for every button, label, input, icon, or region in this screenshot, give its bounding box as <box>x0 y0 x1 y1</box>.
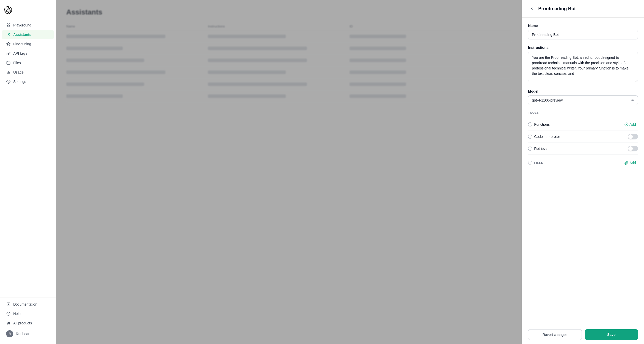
sidebar-item-settings[interactable]: Settings <box>2 77 54 86</box>
sidebar-item-label: Files <box>13 61 21 65</box>
tool-name-retrieval: Retrieval <box>534 147 548 151</box>
sidebar-item-label: API keys <box>13 51 27 55</box>
panel-header: × Proofreading Bot <box>522 0 644 18</box>
sidebar-user-label: Runbear <box>16 332 30 336</box>
svg-rect-3 <box>9 25 10 27</box>
sidebar-item-fine-tuning[interactable]: Fine-tuning <box>2 39 54 49</box>
model-label: Model <box>528 89 638 93</box>
all-products-icon <box>6 321 11 325</box>
tool-item-code-interpreter: i Code interpreter <box>528 131 638 143</box>
logo <box>0 4 56 20</box>
name-field-group: Name <box>528 24 638 39</box>
close-button[interactable]: × <box>528 5 535 12</box>
functions-add-button[interactable]: Add <box>622 121 638 127</box>
sidebar-item-user[interactable]: R Runbear <box>2 328 54 340</box>
usage-icon <box>6 70 11 75</box>
save-button[interactable]: Save <box>585 329 638 340</box>
svg-point-17 <box>9 322 10 323</box>
files-info-icon[interactable]: i <box>528 161 532 165</box>
retrieval-toggle[interactable] <box>628 146 638 151</box>
assistants-icon <box>6 32 11 37</box>
panel-title: Proofreading Bot <box>538 6 576 11</box>
files-section-label: FILES <box>534 161 543 164</box>
openai-logo-icon <box>4 6 12 14</box>
model-select[interactable]: gpt-4-1106-preview <box>528 95 638 105</box>
files-header: i FILES Add <box>528 157 638 169</box>
tool-item-functions: i Functions Add <box>528 118 638 131</box>
tool-name-functions: Functions <box>534 122 550 126</box>
svg-point-16 <box>7 322 8 323</box>
tool-item-retrieval: i Retrieval <box>528 143 638 155</box>
files-add-button[interactable]: Add <box>622 160 638 166</box>
sidebar-item-label: Documentation <box>13 302 37 306</box>
svg-rect-1 <box>9 24 10 25</box>
tool-left: i Code interpreter <box>528 135 560 139</box>
sidebar-nav: Playground Assistants Fine-tuning API ke… <box>0 20 56 297</box>
sidebar-item-label: Help <box>13 312 21 316</box>
sidebar-item-api-keys[interactable]: API keys <box>2 49 54 58</box>
panel-footer: Revert changes Save <box>522 325 644 344</box>
sidebar-item-usage[interactable]: Usage <box>2 68 54 77</box>
panel-body: Name Instructions Model gpt-4-1106-previ… <box>522 18 644 325</box>
settings-icon <box>6 79 11 84</box>
sidebar-item-label: Settings <box>13 80 26 84</box>
add-circle-icon <box>624 122 628 126</box>
files-icon <box>6 61 11 65</box>
svg-point-5 <box>9 33 10 34</box>
tool-name-code-interpreter: Code interpreter <box>534 135 560 139</box>
playground-icon <box>6 23 11 27</box>
instructions-textarea[interactable] <box>528 52 638 82</box>
sidebar-item-help[interactable]: Help <box>2 309 54 318</box>
overlay <box>56 0 522 344</box>
svg-point-4 <box>8 33 9 35</box>
fine-tuning-icon <box>6 42 11 46</box>
svg-point-19 <box>9 323 10 324</box>
sidebar-item-files[interactable]: Files <box>2 58 54 67</box>
sidebar-item-label: Fine-tuning <box>13 42 31 46</box>
api-keys-icon <box>6 51 11 56</box>
tools-section-label: TOOLS <box>528 111 638 114</box>
svg-point-9 <box>8 81 9 82</box>
instructions-label: Instructions <box>528 46 638 50</box>
functions-info-icon[interactable]: i <box>528 122 532 126</box>
revert-button[interactable]: Revert changes <box>528 329 582 340</box>
sidebar-item-playground[interactable]: Playground <box>2 21 54 30</box>
help-icon <box>6 311 11 316</box>
sidebar-item-assistants[interactable]: Assistants <box>2 30 54 39</box>
model-field-group: Model gpt-4-1106-preview <box>528 89 638 105</box>
name-label: Name <box>528 24 638 28</box>
files-left: i FILES <box>528 161 543 165</box>
sidebar-item-documentation[interactable]: Documentation <box>2 300 54 309</box>
sidebar-item-label: Usage <box>13 70 23 74</box>
functions-add-label: Add <box>629 122 636 126</box>
sidebar-item-all-products[interactable]: All products <box>2 319 54 328</box>
sidebar-bottom: Documentation Help All products R Runbea… <box>0 297 56 340</box>
svg-point-18 <box>7 323 8 324</box>
main-area: Assistants Name Instructions ID <box>56 0 522 344</box>
tool-left: i Retrieval <box>528 147 548 151</box>
name-input[interactable] <box>528 30 638 39</box>
svg-rect-0 <box>7 24 8 25</box>
retrieval-info-icon[interactable]: i <box>528 147 532 151</box>
svg-rect-2 <box>7 25 8 27</box>
files-add-label: Add <box>629 161 636 165</box>
paperclip-icon <box>624 161 628 165</box>
avatar: R <box>6 330 13 337</box>
code-interpreter-info-icon[interactable]: i <box>528 135 532 139</box>
sidebar-item-label: All products <box>13 321 32 325</box>
side-panel: × Proofreading Bot Name Instructions Mod… <box>522 0 644 344</box>
sidebar: Playground Assistants Fine-tuning API ke… <box>0 0 56 344</box>
files-section: i FILES Add <box>528 157 638 169</box>
documentation-icon <box>6 302 11 307</box>
sidebar-item-label: Playground <box>13 23 31 27</box>
instructions-field-group: Instructions <box>528 46 638 83</box>
tool-left: i Functions <box>528 122 550 126</box>
sidebar-item-label: Assistants <box>13 33 31 37</box>
code-interpreter-toggle[interactable] <box>628 134 638 139</box>
